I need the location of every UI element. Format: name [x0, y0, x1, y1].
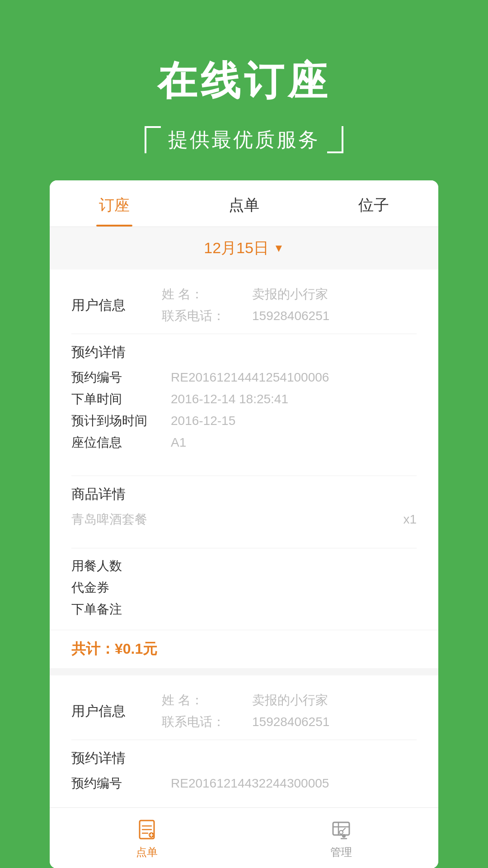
bracket-right-icon: [327, 126, 343, 153]
manage-icon: [328, 817, 354, 842]
date-dropdown-arrow: ▼: [273, 242, 284, 255]
reservation-no-label-1: 预约编号: [71, 369, 171, 386]
goods-row-1: 青岛啤酒套餐 x1: [71, 511, 417, 528]
goods-name-1: 青岛啤酒套餐: [71, 511, 147, 528]
tab-order[interactable]: 点单: [179, 180, 309, 226]
arrival-time-label-1: 预计到场时间: [71, 412, 171, 429]
reservation-title-1: 预约详情: [71, 343, 417, 362]
hero-subtitle-wrapper: 提供最优质服务: [145, 126, 343, 153]
divider-3: [71, 548, 417, 548]
main-card: 订座 点单 位子 12月15日 ▼ 用户信息 姓 名： 卖报的小行家 联系电话：…: [50, 180, 438, 868]
nav-item-order[interactable]: 点单: [50, 817, 244, 859]
diners-row-1: 用餐人数: [71, 557, 417, 575]
total-label-1: 共计：¥0.1元: [71, 641, 157, 657]
nav-label-manage: 管理: [330, 845, 352, 859]
reservation-detail-2: 预约详情 预约编号 RE20161214432244300005: [50, 749, 438, 807]
reservation-detail-1: 预约详情 预约编号 RE20161214441254100006 下单时间 20…: [50, 343, 438, 467]
name-value-2: 卖报的小行家: [252, 692, 328, 709]
name-value-1: 卖报的小行家: [252, 286, 328, 303]
seat-label-1: 座位信息: [71, 434, 171, 451]
svg-point-10: [342, 834, 346, 838]
misc-section-1: 用餐人数 代金券 下单备注: [50, 557, 438, 630]
order-time-label-1: 下单时间: [71, 391, 171, 408]
arrival-time-row-1: 预计到场时间 2016-12-15: [71, 412, 417, 429]
hero-section: 在线订座 提供最优质服务: [0, 0, 488, 180]
nav-item-manage[interactable]: 管理: [244, 817, 438, 859]
name-label-1: 姓 名：: [162, 286, 252, 303]
nav-label-order: 点单: [136, 845, 158, 859]
arrival-time-value-1: 2016-12-15: [171, 414, 417, 428]
user-info-label-2: 用户信息: [71, 702, 162, 721]
reservation-no-value-2: RE20161214432244300005: [171, 776, 417, 791]
reservation-title-2: 预约详情: [71, 749, 417, 768]
reservation-no-value-1: RE20161214441254100006: [171, 370, 417, 385]
coupon-row-1: 代金券: [71, 579, 417, 596]
remarks-row-1: 下单备注: [71, 601, 417, 618]
goods-qty-1: x1: [403, 512, 417, 527]
name-label-2: 姓 名：: [162, 692, 252, 709]
selected-date: 12月15日: [204, 238, 269, 259]
phone-label-1: 联系电话：: [162, 307, 252, 325]
seat-value-1: A1: [171, 435, 417, 450]
bracket-left-icon: [145, 126, 161, 153]
hero-subtitle: 提供最优质服务: [168, 127, 320, 153]
total-row-1: 共计：¥0.1元: [50, 630, 438, 672]
svg-line-13: [343, 828, 346, 831]
diners-label-1: 用餐人数: [71, 559, 122, 573]
phone-value-1: 15928406251: [252, 309, 329, 323]
bottom-nav: 点单 管理: [50, 807, 438, 868]
reservation-no-label-2: 预约编号: [71, 775, 171, 792]
user-info-row-2: 用户信息 姓 名： 卖报的小行家 联系电话： 15928406251: [71, 692, 417, 731]
divider-4: [71, 740, 417, 740]
svg-rect-7: [333, 822, 349, 835]
divider-2: [71, 476, 417, 476]
order-icon: [134, 817, 160, 842]
user-info-block-2: 用户信息 姓 名： 卖报的小行家 联系电话： 15928406251: [50, 675, 438, 731]
reservation-no-row-1: 预约编号 RE20161214441254100006: [71, 369, 417, 386]
phone-label-2: 联系电话：: [162, 713, 252, 731]
divider-1: [71, 334, 417, 334]
coupon-label-1: 代金券: [71, 580, 109, 594]
tab-seat[interactable]: 位子: [309, 180, 438, 226]
tab-reservation[interactable]: 订座: [50, 180, 179, 226]
remarks-label-1: 下单备注: [71, 602, 122, 616]
goods-section-1: 商品详情 青岛啤酒套餐 x1: [50, 485, 438, 539]
seat-row-1: 座位信息 A1: [71, 434, 417, 451]
order-time-row-1: 下单时间 2016-12-14 18:25:41: [71, 391, 417, 408]
user-info-label-1: 用户信息: [71, 296, 162, 315]
tab-bar: 订座 点单 位子: [50, 180, 438, 227]
hero-title: 在线订座: [157, 54, 331, 108]
user-info-block-1: 用户信息 姓 名： 卖报的小行家 联系电话： 15928406251: [50, 269, 438, 325]
date-bar[interactable]: 12月15日 ▼: [50, 227, 438, 269]
section-separator: [50, 672, 438, 675]
goods-title-1: 商品详情: [71, 485, 417, 504]
phone-value-2: 15928406251: [252, 715, 329, 729]
order-time-value-1: 2016-12-14 18:25:41: [171, 392, 417, 406]
user-info-row-1: 用户信息 姓 名： 卖报的小行家 联系电话： 15928406251: [71, 286, 417, 325]
reservation-no-row-2: 预约编号 RE20161214432244300005: [71, 775, 417, 792]
